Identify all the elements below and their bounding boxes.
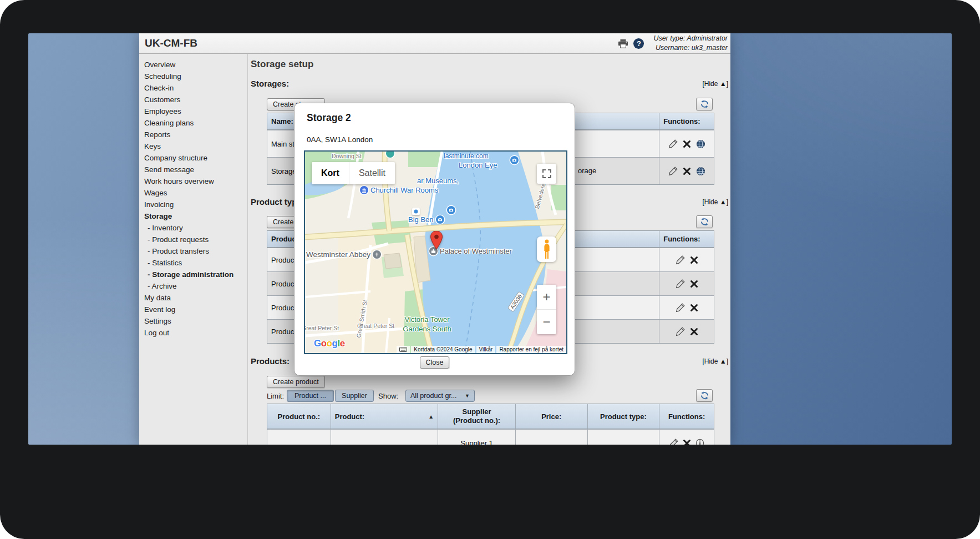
map-type-control: Kort Satellit <box>312 162 395 184</box>
sidebar-item-storage-administration[interactable]: - Storage administration <box>139 269 247 280</box>
edit-icon[interactable] <box>676 327 685 336</box>
poi-label: lastminute.com <box>444 152 489 160</box>
sidebar-item-employees[interactable]: Employees <box>139 105 247 117</box>
poi-label: London Eye <box>459 161 497 169</box>
edit-icon[interactable] <box>669 439 678 445</box>
supplier-header-line1: Supplier <box>463 407 491 416</box>
sidebar-item-settings[interactable]: Settings <box>139 315 247 327</box>
product-types-hide-link[interactable]: [Hide ▲] <box>702 198 728 206</box>
attraction-camera-icon <box>436 215 444 224</box>
delete-icon[interactable] <box>690 328 698 336</box>
sidebar-item-log-out[interactable]: Log out <box>139 327 247 339</box>
sidebar-item-check-in[interactable]: Check-in <box>139 82 247 94</box>
museum-icon <box>360 186 368 194</box>
sidebar-item-cleaning-plans[interactable]: Cleaning plans <box>139 117 247 129</box>
park-label: Victoria Tower Gardens South <box>388 315 466 334</box>
sidebar-item-product-requests[interactable]: - Product requests <box>139 234 247 245</box>
delete-icon[interactable] <box>683 140 691 148</box>
desktop-background: UK-CM-FB ? User type: Administrator User… <box>28 33 952 445</box>
product-type-name: Produc <box>271 280 294 288</box>
sidebar-item-scheduling[interactable]: Scheduling <box>139 70 247 82</box>
terms-link[interactable]: Vilkår <box>476 346 496 353</box>
delete-icon[interactable] <box>683 439 691 445</box>
limit-supplier-toggle[interactable]: Supplier <box>335 390 374 402</box>
delete-icon[interactable] <box>690 304 698 312</box>
delete-icon[interactable] <box>690 256 698 264</box>
sidebar-item-keys[interactable]: Keys <box>139 140 247 152</box>
delete-icon[interactable] <box>690 280 698 288</box>
user-type: User type: Administrator <box>653 34 728 43</box>
dialog-title: Storage 2 <box>307 112 351 124</box>
pier-icon <box>412 208 420 215</box>
sidebar-item-my-data[interactable]: My data <box>139 292 247 304</box>
poi-big-ben: Big Ben <box>408 215 444 224</box>
product-group-dropdown[interactable]: All product gr... ▼ <box>405 390 475 402</box>
product-type-name: Produc <box>271 256 294 264</box>
sidebar-item-reports[interactable]: Reports <box>139 129 247 140</box>
column-header-supplier: Supplier (Product no.): <box>438 404 516 429</box>
help-icon[interactable]: ? <box>633 38 644 49</box>
sidebar-item-product-transfers[interactable]: - Product transfers <box>139 245 247 257</box>
fullscreen-button[interactable] <box>537 164 556 184</box>
column-header-functions: Functions: <box>659 113 714 129</box>
pegman-control[interactable] <box>537 236 556 262</box>
product-no-cell <box>267 430 331 445</box>
column-header-functions: Functions: <box>659 404 714 429</box>
column-header-product-no: Product no.: <box>267 404 331 429</box>
google-map[interactable]: Downing St lastminute.com London Eye ar … <box>304 150 567 354</box>
map-tab-satellit[interactable]: Satellit <box>349 162 395 184</box>
street-label: Great Peter St <box>304 325 339 331</box>
zoom-in-button[interactable]: + <box>537 285 556 309</box>
zoom-control: + − <box>537 285 556 334</box>
keyboard-shortcuts-icon[interactable] <box>397 346 410 353</box>
create-product-button[interactable]: Create product <box>267 376 325 388</box>
map-globe-icon[interactable] <box>696 167 705 176</box>
map-canvas: Downing St lastminute.com London Eye ar … <box>305 152 566 353</box>
sidebar-item-company-structure[interactable]: Company structure <box>139 152 247 164</box>
edit-icon[interactable] <box>676 255 685 265</box>
edit-icon[interactable] <box>676 279 685 289</box>
sidebar-item-customers[interactable]: Customers <box>139 94 247 105</box>
products-hide-link[interactable]: [Hide ▲] <box>702 357 728 365</box>
sidebar-item-statistics[interactable]: - Statistics <box>139 257 247 269</box>
zoom-out-button[interactable]: − <box>537 309 556 334</box>
sidebar-item-wages[interactable]: Wages <box>139 187 247 199</box>
google-logo-letter: e <box>340 338 345 349</box>
sidebar-item-archive[interactable]: - Archive <box>139 280 247 292</box>
limit-product-toggle[interactable]: Product ... <box>287 390 334 402</box>
close-button[interactable]: Close <box>420 356 450 369</box>
map-globe-icon[interactable] <box>696 139 705 149</box>
sidebar-item-storage[interactable]: Storage <box>139 210 247 222</box>
print-icon[interactable] <box>618 39 628 48</box>
storages-refresh-button[interactable] <box>696 98 713 110</box>
storages-hide-link[interactable]: [Hide ▲] <box>702 80 728 88</box>
edit-icon[interactable] <box>676 303 685 313</box>
edit-icon[interactable] <box>668 139 678 149</box>
map-marker-icon[interactable] <box>430 231 443 250</box>
report-map-error-link[interactable]: Rapporter en fejl på kortet <box>496 346 566 353</box>
edit-icon[interactable] <box>668 167 678 176</box>
sidebar-item-overview[interactable]: Overview <box>139 59 247 70</box>
info-icon[interactable] <box>695 439 704 445</box>
sidebar-item-inventory[interactable]: - Inventory <box>139 222 247 234</box>
refresh-icon <box>700 218 709 226</box>
google-logo-letter: o <box>327 338 332 349</box>
supplier-header-line2: (Product no.): <box>453 416 500 425</box>
chevron-down-icon: ▼ <box>465 393 470 399</box>
google-logo[interactable]: Google <box>314 338 345 349</box>
park-label-line1: Victoria Tower <box>388 315 466 325</box>
refresh-icon <box>700 391 709 400</box>
device-frame: UK-CM-FB ? User type: Administrator User… <box>0 0 980 539</box>
delete-icon[interactable] <box>683 167 691 175</box>
sidebar-item-work-hours-overview[interactable]: Work hours overview <box>139 175 247 187</box>
product-types-refresh-button[interactable] <box>696 215 713 228</box>
map-tab-kort[interactable]: Kort <box>312 162 349 184</box>
refresh-icon <box>700 100 709 108</box>
sidebar-item-invoicing[interactable]: Invoicing <box>139 199 247 210</box>
storages-heading: Storages: <box>251 79 289 88</box>
sidebar-item-event-log[interactable]: Event log <box>139 304 247 315</box>
sidebar-item-send-message[interactable]: Send message <box>139 164 247 175</box>
sort-ascending-icon[interactable]: ▲ <box>428 414 434 420</box>
map-attribution: Kortdata ©2024 Google Vilkår Rapporter e… <box>397 346 566 353</box>
products-refresh-button[interactable] <box>696 389 713 402</box>
